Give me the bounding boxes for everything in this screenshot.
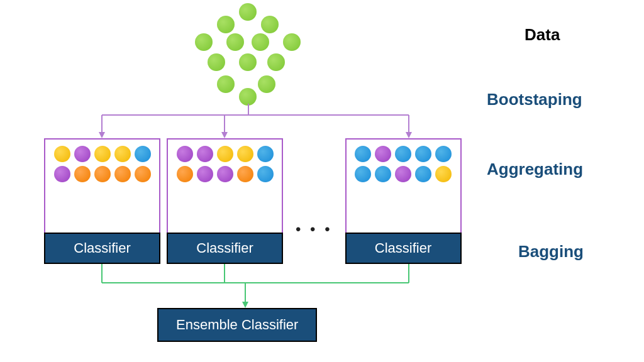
classifier-label: Classifier	[345, 233, 462, 264]
ellipsis: • • •	[296, 221, 333, 238]
data-point-icon	[261, 16, 279, 33]
sample-dot-icon	[415, 166, 431, 182]
sample-row	[50, 166, 154, 182]
sample-dot-icon	[237, 146, 253, 162]
classifier-box: Classifier	[44, 138, 160, 264]
data-point-icon	[217, 16, 235, 33]
data-point-icon	[239, 88, 257, 106]
sample-row	[352, 146, 455, 162]
classifier-label: Classifier	[167, 233, 283, 264]
data-point-icon	[267, 53, 285, 71]
sample-dot-icon	[435, 146, 452, 162]
classifier-boxes-row: Classifier Classifier • • • Classifier	[44, 138, 484, 264]
sample-dot-icon	[197, 146, 213, 162]
sample-dot-icon	[54, 146, 70, 162]
sample-dot-icon	[257, 166, 274, 182]
sample-dots	[168, 140, 282, 234]
sample-dot-icon	[355, 146, 371, 162]
data-point-icon	[208, 53, 225, 71]
data-point-icon	[226, 33, 244, 51]
classifier-box: Classifier	[345, 138, 462, 264]
svg-marker-6	[221, 132, 228, 138]
sample-row	[173, 146, 277, 162]
label-bootstrapping: Bootstaping	[487, 90, 631, 109]
data-point-icon	[283, 33, 301, 51]
sample-dot-icon	[395, 166, 411, 182]
stage-labels: Data Bootstaping Aggregating Bagging	[487, 25, 631, 261]
sample-dot-icon	[177, 146, 193, 162]
sample-dot-icon	[94, 166, 111, 182]
sample-dot-icon	[114, 166, 131, 182]
sample-dot-icon	[257, 146, 274, 162]
bagging-diagram: Classifier Classifier • • • Classifier	[19, 3, 484, 355]
data-point-icon	[239, 53, 257, 71]
sample-dot-icon	[94, 146, 111, 162]
data-point-icon	[252, 33, 269, 51]
sample-dot-icon	[54, 166, 70, 182]
sample-dot-icon	[197, 166, 213, 182]
sample-dot-icon	[415, 146, 431, 162]
sample-dot-icon	[217, 166, 233, 182]
sample-dots	[347, 140, 460, 234]
svg-marker-5	[99, 132, 105, 138]
sample-dot-icon	[217, 146, 233, 162]
svg-marker-13	[242, 302, 248, 308]
sample-row	[352, 166, 455, 182]
data-point-icon	[258, 75, 275, 93]
data-point-icon	[239, 3, 257, 21]
label-data: Data	[525, 25, 631, 45]
bootstrap-connector	[57, 104, 447, 138]
sample-dot-icon	[135, 146, 151, 162]
sample-row	[50, 146, 154, 162]
sample-dot-icon	[375, 146, 391, 162]
label-bagging: Bagging	[518, 242, 631, 261]
sample-dot-icon	[237, 166, 253, 182]
sample-row	[173, 166, 277, 182]
sample-dots	[45, 140, 159, 234]
data-cluster	[195, 3, 302, 104]
sample-dot-icon	[355, 166, 371, 182]
data-point-icon	[195, 33, 213, 51]
data-point-icon	[217, 75, 235, 93]
sample-dot-icon	[74, 166, 91, 182]
bagging-connector	[57, 264, 447, 308]
sample-dot-icon	[375, 166, 391, 182]
sample-dot-icon	[74, 146, 91, 162]
label-aggregating: Aggregating	[487, 160, 631, 179]
classifier-box: Classifier	[167, 138, 283, 264]
classifier-label: Classifier	[44, 233, 160, 264]
svg-marker-7	[406, 132, 412, 138]
sample-dot-icon	[177, 166, 193, 182]
sample-dot-icon	[114, 146, 131, 162]
sample-dot-icon	[135, 166, 151, 182]
sample-dot-icon	[395, 146, 411, 162]
ensemble-classifier-box: Ensemble Classifier	[157, 308, 317, 342]
sample-dot-icon	[435, 166, 452, 182]
